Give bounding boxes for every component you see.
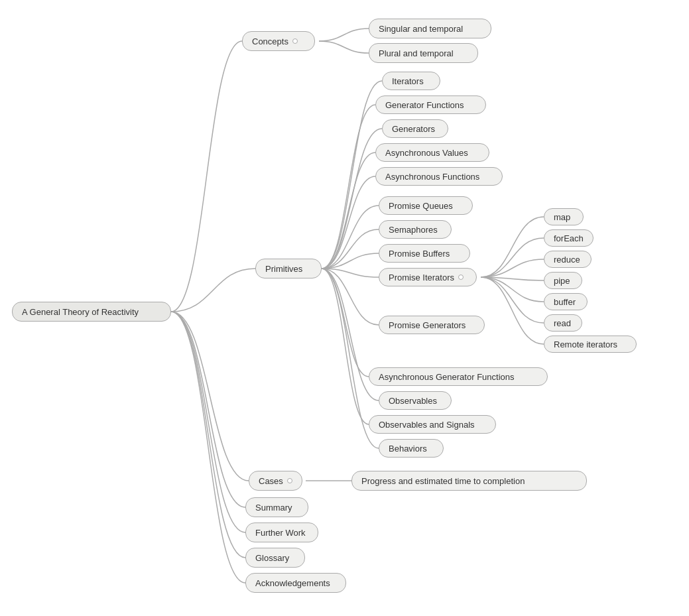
observables-label: Observables <box>389 396 437 406</box>
pipe-node[interactable]: pipe <box>544 272 582 289</box>
reduce-label: reduce <box>554 255 580 265</box>
behaviors-node[interactable]: Behaviors <box>379 439 444 458</box>
cases-node[interactable]: Cases <box>249 471 302 491</box>
promise-iterators-dot <box>458 275 464 280</box>
async-values-label: Asynchronous Values <box>385 148 468 158</box>
further-work-node[interactable]: Further Work <box>245 523 318 542</box>
promise-buffers-label: Promise Buffers <box>389 249 450 259</box>
concepts-label: Concepts <box>252 36 288 46</box>
promise-generators-label: Promise Generators <box>389 320 466 330</box>
singular-node[interactable]: Singular and temporal <box>369 19 491 38</box>
remote-iterators-node[interactable]: Remote iterators <box>544 336 637 353</box>
remote-iterators-label: Remote iterators <box>554 339 617 349</box>
generators-label: Generators <box>392 124 435 134</box>
observables-node[interactable]: Observables <box>379 391 452 410</box>
observables-signals-label: Observables and Signals <box>379 420 475 430</box>
glossary-node[interactable]: Glossary <box>245 548 305 568</box>
singular-label: Singular and temporal <box>379 24 463 34</box>
read-node[interactable]: read <box>544 314 582 332</box>
async-functions-label: Asynchronous Functions <box>385 172 479 182</box>
primitives-node[interactable]: Primitives <box>255 259 322 278</box>
plural-label: Plural and temporal <box>379 48 454 58</box>
glossary-label: Glossary <box>255 553 289 563</box>
async-values-node[interactable]: Asynchronous Values <box>375 143 489 162</box>
cases-dot <box>287 478 292 483</box>
iterators-label: Iterators <box>392 76 424 86</box>
async-gen-functions-node[interactable]: Asynchronous Generator Functions <box>369 367 548 386</box>
summary-node[interactable]: Summary <box>245 497 308 517</box>
promise-buffers-node[interactable]: Promise Buffers <box>379 244 470 263</box>
generator-functions-label: Generator Functions <box>385 100 464 110</box>
map-label: map <box>554 212 570 222</box>
foreach-label: forEach <box>554 233 584 243</box>
root-node: A General Theory of Reactivity <box>12 302 171 322</box>
promise-iterators-node[interactable]: Promise Iterators <box>379 268 477 286</box>
acknowledgements-node[interactable]: Acknowledgements <box>245 573 346 593</box>
progress-label: Progress and estimated time to completio… <box>361 476 525 486</box>
generator-functions-node[interactable]: Generator Functions <box>375 95 486 114</box>
pipe-label: pipe <box>554 276 570 286</box>
semaphores-label: Semaphores <box>389 225 438 235</box>
root-label: A General Theory of Reactivity <box>22 307 139 317</box>
read-label: read <box>554 318 571 328</box>
iterators-node[interactable]: Iterators <box>382 72 440 90</box>
reduce-node[interactable]: reduce <box>544 251 592 268</box>
further-work-label: Further Work <box>255 528 306 538</box>
map-node[interactable]: map <box>544 208 584 225</box>
cases-label: Cases <box>259 476 283 486</box>
promise-generators-node[interactable]: Promise Generators <box>379 316 485 334</box>
foreach-node[interactable]: forEach <box>544 229 594 247</box>
async-functions-node[interactable]: Asynchronous Functions <box>375 167 503 186</box>
semaphores-node[interactable]: Semaphores <box>379 220 452 239</box>
promise-queues-label: Promise Queues <box>389 201 453 211</box>
buffer-node[interactable]: buffer <box>544 293 588 310</box>
promise-queues-node[interactable]: Promise Queues <box>379 196 473 215</box>
acknowledgements-label: Acknowledgements <box>255 578 330 588</box>
buffer-label: buffer <box>554 297 576 307</box>
promise-iterators-label: Promise Iterators <box>389 273 454 282</box>
concepts-dot <box>292 38 298 44</box>
observables-signals-node[interactable]: Observables and Signals <box>369 415 496 434</box>
primitives-label: Primitives <box>265 264 302 274</box>
async-gen-functions-label: Asynchronous Generator Functions <box>379 372 515 382</box>
summary-label: Summary <box>255 503 292 513</box>
behaviors-label: Behaviors <box>389 444 427 454</box>
progress-node[interactable]: Progress and estimated time to completio… <box>351 471 587 491</box>
generators-node[interactable]: Generators <box>382 119 448 138</box>
concepts-node[interactable]: Concepts <box>242 31 315 51</box>
plural-node[interactable]: Plural and temporal <box>369 43 478 63</box>
